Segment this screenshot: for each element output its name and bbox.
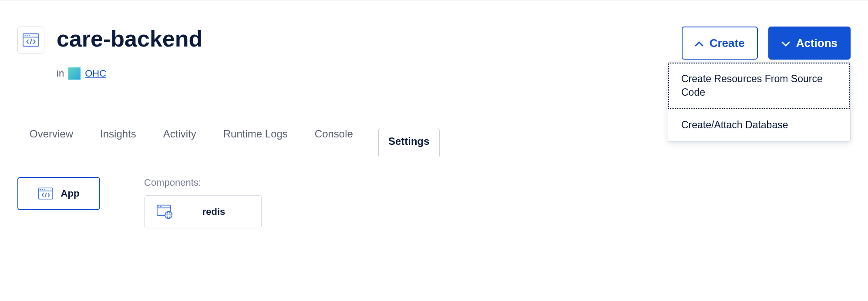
page-title: care-backend	[57, 27, 202, 51]
app-icon	[17, 27, 44, 54]
svg-point-16	[161, 206, 162, 207]
svg-point-9	[42, 189, 43, 190]
svg-point-4	[29, 35, 30, 36]
chevron-down-icon	[781, 37, 790, 50]
create-menu-item-database[interactable]: Create/Attach Database	[668, 109, 850, 141]
actions-button-label: Actions	[796, 37, 838, 50]
tab-insights[interactable]: Insights	[98, 128, 138, 156]
in-label: in	[57, 68, 64, 79]
tab-console[interactable]: Console	[313, 128, 355, 156]
web-service-icon	[157, 204, 173, 219]
svg-point-15	[160, 206, 161, 207]
svg-line-5	[30, 39, 32, 44]
component-label: redis	[178, 206, 249, 217]
svg-point-14	[158, 206, 159, 207]
app-title-block: care-backend	[17, 27, 202, 54]
app-card-label: App	[61, 188, 80, 199]
chevron-up-icon	[695, 37, 703, 50]
create-button-label: Create	[710, 37, 745, 50]
create-menu-item-source-code[interactable]: Create Resources From Source Code	[668, 63, 850, 109]
app-selector-card[interactable]: App	[17, 177, 100, 210]
app-window-icon	[38, 187, 53, 200]
svg-point-10	[44, 189, 44, 190]
tab-overview[interactable]: Overview	[28, 128, 75, 156]
svg-point-8	[40, 189, 41, 190]
svg-point-2	[25, 35, 26, 36]
svg-line-11	[45, 193, 46, 197]
create-button[interactable]: Create	[682, 27, 758, 60]
vertical-divider	[122, 177, 122, 229]
project-link[interactable]: OHC	[85, 68, 106, 79]
actions-button[interactable]: Actions	[768, 27, 851, 60]
component-card-redis[interactable]: redis	[144, 195, 262, 228]
create-dropdown: Create Resources From Source Code Create…	[668, 62, 851, 142]
svg-point-3	[27, 35, 27, 36]
components-heading: Components:	[144, 177, 262, 188]
tab-settings[interactable]: Settings	[378, 128, 440, 157]
tab-runtime-logs[interactable]: Runtime Logs	[222, 128, 289, 156]
project-badge-icon	[68, 67, 81, 80]
tab-activity[interactable]: Activity	[161, 128, 198, 156]
